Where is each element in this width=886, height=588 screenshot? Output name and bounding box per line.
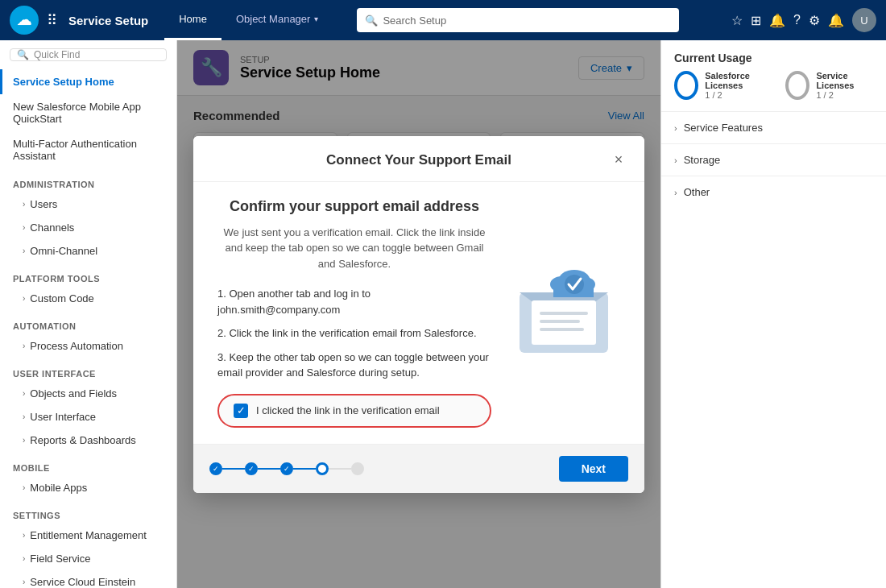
chevron-right-icon: › <box>23 246 25 255</box>
bell-icon[interactable]: 🔔 <box>769 13 785 28</box>
modal-description: We just sent you a verification email. C… <box>217 225 491 272</box>
email-address: john.smith@company.com <box>217 304 340 316</box>
sidebar-item-custom-code[interactable]: › Custom Code <box>0 287 176 310</box>
sidebar-section-administration: ADMINISTRATION <box>0 173 176 193</box>
salesforce-licenses-label: Salesforce Licenses <box>705 71 772 90</box>
checkbox-label: I clicked the link in the verification e… <box>256 404 440 416</box>
sidebar-item-entitlement-management[interactable]: › Entitlement Management <box>0 524 176 547</box>
chevron-right-icon: › <box>674 188 677 197</box>
chevron-down-icon: ▾ <box>314 14 318 23</box>
chevron-right-icon: › <box>23 412 25 421</box>
nav-icon[interactable]: ⊞ <box>751 13 761 28</box>
chevron-right-icon: › <box>23 531 25 540</box>
progress-indicator: ✓ ✓ ✓ <box>209 462 364 475</box>
modal-confirm-title: Confirm your support email address <box>217 198 491 215</box>
progress-dot-3: ✓ <box>280 462 293 475</box>
modal-title: Connect Your Support Email <box>229 152 609 168</box>
sidebar-item-service-cloud-einstein[interactable]: › Service Cloud Einstein <box>0 570 176 588</box>
sidebar-item-service-setup-home[interactable]: Service Setup Home <box>0 69 176 94</box>
sidebar: 🔍 Quick Find Service Setup Home New Sale… <box>0 40 177 588</box>
salesforce-licenses-item: Salesforce Licenses 1 / 2 <box>674 71 772 100</box>
right-list-item-service-features[interactable]: › Service Features <box>661 111 886 143</box>
salesforce-licenses-value: 1 / 2 <box>705 90 772 100</box>
right-panel: Current Usage Salesforce Licenses 1 / 2 … <box>660 40 886 588</box>
gear-icon[interactable]: ⚙ <box>809 13 820 28</box>
chevron-right-icon: › <box>23 342 25 350</box>
modal-left-content: Confirm your support email address We ju… <box>217 198 491 428</box>
sidebar-item-users[interactable]: › Users <box>0 193 176 216</box>
svg-rect-5 <box>540 328 584 331</box>
sidebar-item-user-interface[interactable]: › User Interface <box>0 405 176 429</box>
storage-label: Storage <box>684 154 721 166</box>
service-licenses-item: Service Licenses 1 / 2 <box>785 71 873 100</box>
progress-dot-1: ✓ <box>209 462 222 475</box>
sidebar-section-settings: SETTINGS <box>0 504 176 524</box>
modal-body: Confirm your support email address We ju… <box>193 182 644 444</box>
progress-dot-2: ✓ <box>245 462 258 475</box>
global-search[interactable]: 🔍 Search Setup <box>357 8 679 32</box>
svg-rect-4 <box>540 320 580 323</box>
salesforce-licenses-circle <box>674 71 698 100</box>
top-nav-tabs: Home Object Manager ▾ <box>164 0 333 40</box>
modal-overlay[interactable]: Connect Your Support Email × Confirm you… <box>177 40 660 588</box>
chevron-right-icon: › <box>23 578 25 586</box>
top-navigation: ☁ ⠿ Service Setup Home Object Manager ▾ … <box>0 0 886 40</box>
progress-step-4 <box>316 462 329 475</box>
progress-line-4 <box>329 468 351 470</box>
checkbox-icon[interactable]: ✓ <box>234 404 248 418</box>
email-illustration-svg <box>511 260 616 365</box>
chevron-right-icon: › <box>674 155 677 165</box>
search-icon: 🔍 <box>365 14 378 27</box>
sidebar-item-reports-dashboards[interactable]: › Reports & Dashboards <box>0 429 176 452</box>
salesforce-logo: ☁ <box>10 6 39 35</box>
service-licenses-value: 1 / 2 <box>816 90 873 100</box>
tab-object-manager[interactable]: Object Manager ▾ <box>222 0 333 40</box>
top-nav-actions: ☆ ⊞ 🔔 ? ⚙ 🔔 U <box>731 8 876 32</box>
right-list-item-storage[interactable]: › Storage <box>661 143 886 176</box>
progress-line-2 <box>258 468 280 470</box>
usage-row: Salesforce Licenses 1 / 2 Service Licens… <box>661 71 886 111</box>
modal-step-1: 1. Open another tab and log in to john.s… <box>217 286 491 317</box>
right-list-item-other[interactable]: › Other <box>661 176 886 208</box>
sidebar-item-mobile-apps[interactable]: › Mobile Apps <box>0 476 176 499</box>
sidebar-item-field-service[interactable]: › Field Service <box>0 547 176 570</box>
sidebar-section-automation: AUTOMATION <box>0 315 176 334</box>
progress-line-3 <box>293 468 316 470</box>
modal-header: Connect Your Support Email × <box>193 136 644 182</box>
sidebar-item-channels[interactable]: › Channels <box>0 216 176 239</box>
sidebar-section-user-interface: USER INTERFACE <box>0 362 176 382</box>
progress-dot-4 <box>316 462 329 475</box>
main-content: 🔧 SETUP Service Setup Home Create ▾ Reco… <box>177 40 660 588</box>
star-icon[interactable]: ☆ <box>731 13 743 28</box>
service-licenses-label: Service Licenses <box>816 71 873 90</box>
chevron-right-icon: › <box>23 554 25 563</box>
sidebar-item-objects-and-fields[interactable]: › Objects and Fields <box>0 382 176 405</box>
sidebar-item-omni-channel[interactable]: › Omni-Channel <box>0 239 176 263</box>
svg-rect-3 <box>540 312 588 315</box>
modal-close-button[interactable]: × <box>609 151 628 170</box>
current-usage-title: Current Usage <box>661 40 886 71</box>
help-icon[interactable]: ? <box>793 13 801 27</box>
sidebar-search[interactable]: 🔍 Quick Find <box>10 48 167 61</box>
modal-dialog: Connect Your Support Email × Confirm you… <box>193 136 644 493</box>
chevron-right-icon: › <box>23 436 25 445</box>
sidebar-item-mfa[interactable]: Multi-Factor Authentication Assistant <box>0 131 176 168</box>
chevron-right-icon: › <box>23 483 25 492</box>
app-grid-icon[interactable]: ⠿ <box>47 11 57 29</box>
service-features-label: Service Features <box>684 122 763 134</box>
verification-checkbox-area[interactable]: ✓ I clicked the link in the verification… <box>217 394 491 428</box>
main-layout: 🔍 Quick Find Service Setup Home New Sale… <box>0 40 886 588</box>
sidebar-item-mobile-quickstart[interactable]: New Salesforce Mobile App QuickStart <box>0 94 176 131</box>
progress-step-3: ✓ <box>280 462 293 475</box>
notification-icon[interactable]: 🔔 <box>828 13 844 28</box>
modal-steps: 1. Open another tab and log in to john.s… <box>217 286 491 381</box>
tab-home[interactable]: Home <box>164 0 222 40</box>
modal-step-2: 2. Click the link in the verification em… <box>217 325 491 342</box>
app-name: Service Setup <box>68 14 148 27</box>
next-button[interactable]: Next <box>559 456 628 482</box>
sidebar-section-platform-tools: PLATFORM TOOLS <box>0 267 176 287</box>
user-avatar[interactable]: U <box>852 8 876 32</box>
sidebar-section-mobile: MOBILE <box>0 457 176 476</box>
progress-step-2: ✓ <box>245 462 258 475</box>
sidebar-item-process-automation[interactable]: › Process Automation <box>0 334 176 358</box>
